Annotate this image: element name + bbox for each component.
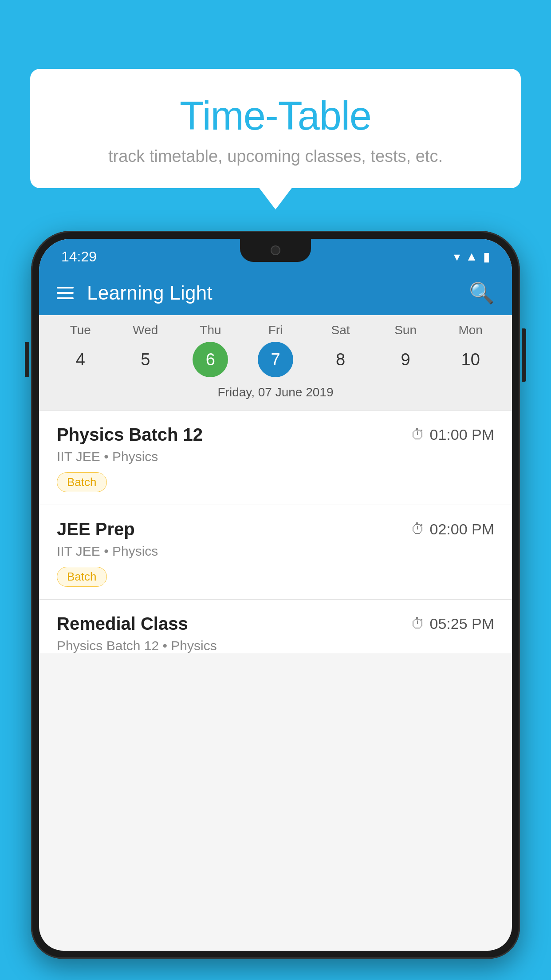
class-item-1-meta: IIT JEE • Physics [57, 449, 494, 464]
day-label-mon: Mon [453, 323, 488, 337]
day-label-sat: Sat [323, 323, 358, 337]
day-label-fri: Fri [258, 323, 293, 337]
clock-icon-1: ⏱ [411, 427, 425, 443]
class-item-1-header: Physics Batch 12 ⏱ 01:00 PM [57, 425, 494, 445]
speech-bubble-container: Time-Table track timetable, upcoming cla… [30, 69, 521, 188]
app-bar: Learning Light 🔍 [39, 271, 512, 315]
phone-screen: 14:29 ▾ ▲ ▮ Learning Light 🔍 [39, 239, 512, 951]
class-item-3-name: Remedial Class [57, 614, 188, 634]
class-item-3-header: Remedial Class ⏱ 05:25 PM [57, 614, 494, 634]
day-label-sun: Sun [388, 323, 423, 337]
app-bar-left: Learning Light [57, 282, 213, 304]
selected-date-label: Friday, 07 June 2019 [39, 382, 512, 406]
battery-icon: ▮ [483, 249, 490, 264]
status-time: 14:29 [61, 249, 97, 265]
hamburger-icon[interactable] [57, 287, 74, 299]
day-9[interactable]: 9 [388, 342, 423, 377]
day-5[interactable]: 5 [128, 342, 163, 377]
class-item-3-time: ⏱ 05:25 PM [411, 615, 494, 632]
phone-frame: 14:29 ▾ ▲ ▮ Learning Light 🔍 [31, 231, 520, 980]
phone-outer: 14:29 ▾ ▲ ▮ Learning Light 🔍 [31, 231, 520, 959]
signal-icon: ▲ [465, 249, 478, 264]
class-item-1[interactable]: Physics Batch 12 ⏱ 01:00 PM IIT JEE • Ph… [39, 411, 512, 505]
class-item-2[interactable]: JEE Prep ⏱ 02:00 PM IIT JEE • Physics Ba… [39, 505, 512, 600]
class-item-1-time: ⏱ 01:00 PM [411, 426, 494, 443]
class-item-1-name: Physics Batch 12 [57, 425, 203, 445]
class-item-2-name: JEE Prep [57, 519, 135, 539]
class-item-2-time-text: 02:00 PM [429, 521, 494, 538]
class-item-3[interactable]: Remedial Class ⏱ 05:25 PM Physics Batch … [39, 600, 512, 653]
day-label-thu: Thu [193, 323, 228, 337]
day-4[interactable]: 4 [63, 342, 98, 377]
status-icons: ▾ ▲ ▮ [454, 249, 490, 264]
day-numbers: 4 5 6 7 8 9 10 [39, 342, 512, 377]
app-title: Learning Light [87, 282, 213, 304]
class-item-1-tag: Batch [57, 472, 107, 492]
day-10[interactable]: 10 [453, 342, 488, 377]
camera-dot [271, 245, 280, 255]
day-label-tue: Tue [63, 323, 98, 337]
class-item-2-tag: Batch [57, 567, 107, 587]
clock-icon-3: ⏱ [411, 616, 425, 632]
class-item-3-meta: Physics Batch 12 • Physics [57, 638, 494, 653]
bubble-title: Time-Table [48, 93, 503, 139]
day-7-selected[interactable]: 7 [258, 342, 293, 377]
class-item-1-time-text: 01:00 PM [429, 426, 494, 443]
bubble-subtitle: track timetable, upcoming classes, tests… [48, 147, 503, 166]
clock-icon-2: ⏱ [411, 521, 425, 537]
wifi-icon: ▾ [454, 249, 460, 264]
class-item-2-time: ⏱ 02:00 PM [411, 521, 494, 538]
day-label-wed: Wed [128, 323, 163, 337]
day-headers: Tue Wed Thu Fri Sat Sun Mon [39, 323, 512, 337]
day-6-today[interactable]: 6 [193, 342, 228, 377]
search-icon[interactable]: 🔍 [469, 281, 494, 305]
calendar-strip: Tue Wed Thu Fri Sat Sun Mon 4 5 6 7 8 9 … [39, 315, 512, 410]
speech-bubble: Time-Table track timetable, upcoming cla… [30, 69, 521, 188]
day-8[interactable]: 8 [323, 342, 358, 377]
class-item-2-header: JEE Prep ⏱ 02:00 PM [57, 519, 494, 539]
notch [240, 239, 311, 262]
class-item-3-time-text: 05:25 PM [429, 615, 494, 632]
class-item-2-meta: IIT JEE • Physics [57, 544, 494, 559]
